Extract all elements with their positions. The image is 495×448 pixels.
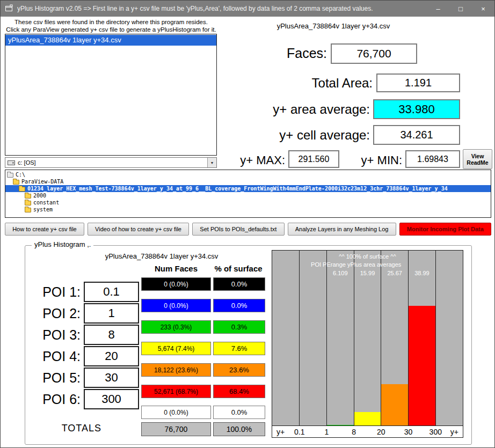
- num-faces-header: Num Faces: [141, 264, 211, 273]
- tree-item-label: ParaView-DATA: [21, 179, 63, 185]
- folder-icon: [19, 187, 25, 192]
- instructions-line2: Click any ParaView generated y+ csv file…: [5, 26, 217, 33]
- x-axis-label: 20: [377, 428, 385, 436]
- yplus-max-label: y+ MAX:: [221, 153, 285, 167]
- set-pois-defaults-button[interactable]: Set POIs to POIs_defaults.txt: [192, 223, 284, 236]
- window-title: yPlus Histogram v2.05 => First line in a…: [17, 5, 427, 12]
- instructions-line1: These csv files were found in the direct…: [5, 18, 217, 26]
- selected-file-label: yPlusArea_738864v 1layer y+34.csv: [264, 22, 403, 30]
- chart-bar: [354, 412, 381, 425]
- chart-band: [354, 251, 382, 425]
- faces-label: Faces:: [226, 46, 327, 61]
- pct-surface-box: 0.0%: [213, 277, 265, 291]
- poi-value-input[interactable]: [84, 389, 139, 409]
- chart-band: [272, 251, 300, 425]
- poi-label: POI 5:: [27, 368, 81, 388]
- totals-pct-box: 100.0%: [213, 422, 265, 436]
- chart-band: [300, 251, 327, 425]
- x-axis-label: 8: [352, 428, 356, 436]
- num-faces-box: 52,671 (68.7%): [141, 385, 211, 398]
- x-axis-label: 30: [404, 428, 413, 436]
- pct-surface-box: 7.6%: [213, 342, 265, 355]
- poi-value-input[interactable]: [84, 346, 139, 366]
- tree-item-label: 01234_layer_HEX_mesh_Test-738864v_1layer…: [27, 186, 448, 192]
- tree-item-label: constant: [33, 200, 59, 205]
- chart-band: [327, 251, 354, 425]
- cell-average-value: 34.261: [373, 125, 460, 145]
- overflow-num-faces-box: 0 (0.0%): [141, 406, 211, 419]
- folder-icon: [25, 194, 31, 199]
- video-how-to-create-csv-button[interactable]: Video of how to create y+ csv file: [88, 223, 189, 236]
- folder-icon: [7, 173, 13, 178]
- chart-x-axis: y+0.1182030300y+: [272, 425, 463, 437]
- close-button[interactable]: ×: [472, 1, 494, 17]
- poi-label: POI 4:: [27, 346, 81, 366]
- drive-icon: [8, 160, 15, 165]
- num-faces-box: 0 (0.0%): [141, 277, 211, 291]
- chart-band: [409, 251, 436, 425]
- poi-value-input[interactable]: [84, 303, 139, 324]
- total-area-label: Total Area:: [226, 76, 373, 91]
- file-list-item[interactable]: yPlusArea_738864v 1layer y+34.csv: [5, 35, 216, 46]
- folder-icon: [25, 208, 31, 212]
- file-listbox[interactable]: yPlusArea_738864v 1layer y+34.csv: [5, 34, 217, 156]
- dropdown-arrow-icon[interactable]: ▼: [207, 158, 216, 167]
- tree-item[interactable]: C:\: [5, 171, 491, 178]
- num-faces-box: 18,122 (23.6%): [141, 363, 211, 377]
- x-axis-label: 1: [325, 428, 329, 436]
- pct-surface-box: 0.3%: [213, 320, 265, 334]
- chart-bar: [381, 384, 408, 425]
- chart-band: [436, 251, 463, 425]
- tree-item[interactable]: 2000: [5, 192, 491, 199]
- minimize-button[interactable]: –: [427, 1, 449, 17]
- tree-item[interactable]: 01234_layer_HEX_mesh_Test-738864v_1layer…: [5, 185, 491, 192]
- histogram-group-title: yPlus Histogram ,.: [32, 240, 93, 248]
- analyze-layers-button[interactable]: Analyze Layers in any Meshing Log: [288, 223, 396, 236]
- toolbar: How to create y+ csv fileVideo of how to…: [5, 223, 491, 236]
- folder-icon: [13, 180, 19, 185]
- tree-item-label: system: [33, 207, 53, 212]
- yplus-max-value: 291.560: [288, 150, 339, 168]
- view-readme-button[interactable]: View ReadMe: [463, 149, 492, 169]
- yplus-min-value: 1.69843: [405, 150, 460, 168]
- poi-label: POI 6:: [27, 389, 81, 409]
- app-icon: [5, 4, 13, 13]
- title-bar: yPlus Histogram v2.05 => First line in a…: [1, 1, 494, 17]
- num-faces-box: 233 (0.3%): [141, 320, 211, 334]
- tree-item-label: C:\: [16, 172, 25, 178]
- app-window: yPlus Histogram v2.05 => First line in a…: [0, 0, 495, 448]
- pct-surface-box: 0.0%: [213, 299, 265, 312]
- instructions: These csv files were found in the direct…: [5, 18, 217, 33]
- drive-selector-value: c: [OS]: [18, 159, 205, 166]
- monitor-plot-data-button[interactable]: Monitor Incoming Plot Data: [399, 223, 491, 236]
- histogram-filename: yPlusArea_738864v 1layer y+34.csv: [89, 252, 234, 260]
- area-average-value: 33.980: [373, 99, 460, 119]
- tree-item[interactable]: ParaView-DATA: [5, 178, 491, 185]
- poi-value-input[interactable]: [84, 282, 139, 302]
- chart-plot: [272, 251, 463, 425]
- cell-average-label: y+ cell average:: [226, 128, 370, 143]
- pct-surface-box: 23.6%: [213, 363, 265, 377]
- tree-item[interactable]: system: [5, 206, 491, 213]
- directory-tree[interactable]: C:\ParaView-DATA01234_layer_HEX_mesh_Tes…: [5, 170, 491, 218]
- poi-value-input[interactable]: [84, 325, 139, 345]
- totals-faces-box: 76,700: [141, 422, 211, 436]
- tree-item[interactable]: constant: [5, 199, 491, 206]
- pct-surface-header: % of surface: [211, 264, 266, 273]
- x-axis-label: y+: [276, 428, 285, 436]
- how-to-create-csv-button[interactable]: How to create y+ csv file: [5, 223, 84, 236]
- x-axis-label: 0.1: [294, 428, 304, 436]
- num-faces-box: 0 (0.0%): [141, 299, 211, 312]
- pct-surface-box: 68.4%: [213, 385, 265, 398]
- yplus-min-label: y+ MIN:: [344, 153, 402, 167]
- faces-value: 76,700: [331, 43, 417, 64]
- chart-band: [381, 251, 409, 425]
- maximize-button[interactable]: □: [449, 1, 472, 17]
- drive-selector[interactable]: c: [OS] ▼: [5, 157, 217, 168]
- poi-label: POI 1:: [27, 282, 81, 302]
- poi-value-input[interactable]: [84, 368, 139, 388]
- x-axis-label: y+: [450, 428, 458, 436]
- poi-label: POI 3:: [27, 325, 81, 345]
- num-faces-box: 5,674 (7.4%): [141, 342, 211, 355]
- totals-label: TOTALS: [33, 423, 101, 434]
